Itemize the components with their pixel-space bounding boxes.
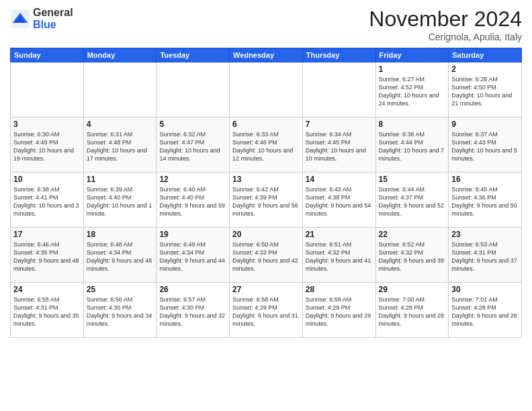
day-info: Sunrise: 7:01 AM Sunset: 4:28 PM Dayligh… bbox=[451, 295, 519, 328]
day-info: Sunrise: 7:00 AM Sunset: 4:28 PM Dayligh… bbox=[379, 295, 446, 328]
calendar-cell: 13Sunrise: 6:42 AM Sunset: 4:39 PM Dayli… bbox=[230, 173, 303, 228]
calendar-cell: 23Sunrise: 6:53 AM Sunset: 4:31 PM Dayli… bbox=[449, 228, 522, 283]
calendar-cell: 18Sunrise: 6:48 AM Sunset: 4:34 PM Dayli… bbox=[83, 228, 157, 283]
day-number: 11 bbox=[87, 175, 154, 184]
calendar-cell: 6Sunrise: 6:33 AM Sunset: 4:46 PM Daylig… bbox=[230, 118, 303, 173]
day-number: 1 bbox=[379, 64, 446, 74]
day-number: 24 bbox=[13, 285, 81, 294]
calendar-cell: 15Sunrise: 6:44 AM Sunset: 4:37 PM Dayli… bbox=[375, 173, 449, 228]
calendar-cell: 8Sunrise: 6:36 AM Sunset: 4:44 PM Daylig… bbox=[375, 118, 449, 173]
day-number: 10 bbox=[13, 175, 81, 184]
day-info: Sunrise: 6:56 AM Sunset: 4:30 PM Dayligh… bbox=[87, 295, 154, 328]
calendar-week-row: 24Sunrise: 6:55 AM Sunset: 4:31 PM Dayli… bbox=[11, 283, 522, 338]
day-number: 25 bbox=[87, 285, 154, 294]
day-info: Sunrise: 6:58 AM Sunset: 4:29 PM Dayligh… bbox=[232, 295, 300, 328]
day-number: 8 bbox=[379, 120, 446, 129]
calendar-week-row: 10Sunrise: 6:38 AM Sunset: 4:41 PM Dayli… bbox=[11, 173, 522, 228]
day-info: Sunrise: 6:49 AM Sunset: 4:34 PM Dayligh… bbox=[159, 240, 226, 273]
day-number: 22 bbox=[379, 230, 446, 239]
day-info: Sunrise: 6:42 AM Sunset: 4:39 PM Dayligh… bbox=[232, 185, 300, 218]
weekday-header: Friday bbox=[375, 48, 449, 62]
day-number: 6 bbox=[232, 120, 300, 129]
day-number: 29 bbox=[379, 285, 446, 294]
day-info: Sunrise: 6:30 AM Sunset: 4:49 PM Dayligh… bbox=[13, 130, 81, 163]
day-number: 30 bbox=[451, 285, 519, 294]
day-info: Sunrise: 6:40 AM Sunset: 4:40 PM Dayligh… bbox=[159, 185, 226, 218]
logo-blue: Blue bbox=[33, 19, 73, 31]
day-info: Sunrise: 6:44 AM Sunset: 4:37 PM Dayligh… bbox=[379, 185, 446, 218]
calendar-cell bbox=[302, 62, 375, 118]
day-number: 9 bbox=[451, 120, 519, 129]
weekday-header: Thursday bbox=[302, 48, 375, 62]
day-info: Sunrise: 6:28 AM Sunset: 4:50 PM Dayligh… bbox=[451, 75, 519, 108]
calendar-cell: 24Sunrise: 6:55 AM Sunset: 4:31 PM Dayli… bbox=[11, 283, 84, 338]
calendar-cell: 30Sunrise: 7:01 AM Sunset: 4:28 PM Dayli… bbox=[449, 283, 522, 338]
day-number: 7 bbox=[306, 120, 373, 129]
weekday-header-row: SundayMondayTuesdayWednesdayThursdayFrid… bbox=[11, 48, 522, 62]
day-info: Sunrise: 6:57 AM Sunset: 4:30 PM Dayligh… bbox=[159, 295, 226, 328]
day-info: Sunrise: 6:53 AM Sunset: 4:31 PM Dayligh… bbox=[451, 240, 519, 273]
calendar-cell: 5Sunrise: 6:32 AM Sunset: 4:47 PM Daylig… bbox=[157, 118, 230, 173]
calendar-cell bbox=[230, 62, 303, 118]
day-number: 23 bbox=[451, 230, 519, 239]
calendar-cell: 29Sunrise: 7:00 AM Sunset: 4:28 PM Dayli… bbox=[375, 283, 449, 338]
day-info: Sunrise: 6:52 AM Sunset: 4:32 PM Dayligh… bbox=[379, 240, 446, 273]
calendar-cell: 3Sunrise: 6:30 AM Sunset: 4:49 PM Daylig… bbox=[11, 118, 84, 173]
calendar-cell: 17Sunrise: 6:46 AM Sunset: 4:35 PM Dayli… bbox=[11, 228, 84, 283]
weekday-header: Sunday bbox=[11, 48, 84, 62]
calendar-cell: 11Sunrise: 6:39 AM Sunset: 4:40 PM Dayli… bbox=[83, 173, 157, 228]
calendar-cell: 14Sunrise: 6:43 AM Sunset: 4:38 PM Dayli… bbox=[302, 173, 375, 228]
page: General Blue November 2024 Cerignola, Ap… bbox=[0, 0, 532, 411]
day-info: Sunrise: 6:46 AM Sunset: 4:35 PM Dayligh… bbox=[13, 240, 81, 273]
logo-text: General Blue bbox=[33, 7, 73, 30]
day-info: Sunrise: 6:59 AM Sunset: 4:29 PM Dayligh… bbox=[306, 295, 373, 328]
day-info: Sunrise: 6:36 AM Sunset: 4:44 PM Dayligh… bbox=[379, 130, 446, 163]
day-number: 20 bbox=[232, 230, 300, 239]
subtitle: Cerignola, Apulia, Italy bbox=[369, 32, 522, 42]
weekday-header: Wednesday bbox=[230, 48, 303, 62]
day-number: 2 bbox=[451, 64, 519, 74]
day-info: Sunrise: 6:38 AM Sunset: 4:41 PM Dayligh… bbox=[13, 185, 81, 218]
day-info: Sunrise: 6:27 AM Sunset: 4:52 PM Dayligh… bbox=[379, 75, 446, 108]
day-info: Sunrise: 6:31 AM Sunset: 4:48 PM Dayligh… bbox=[87, 130, 154, 163]
logo: General Blue bbox=[10, 7, 73, 30]
logo-general: General bbox=[33, 7, 73, 19]
day-info: Sunrise: 6:34 AM Sunset: 4:45 PM Dayligh… bbox=[306, 130, 373, 163]
calendar-cell: 22Sunrise: 6:52 AM Sunset: 4:32 PM Dayli… bbox=[375, 228, 449, 283]
day-number: 13 bbox=[232, 175, 300, 184]
day-number: 18 bbox=[87, 230, 154, 239]
header: General Blue November 2024 Cerignola, Ap… bbox=[10, 7, 522, 42]
weekday-header: Tuesday bbox=[157, 48, 230, 62]
calendar-cell: 10Sunrise: 6:38 AM Sunset: 4:41 PM Dayli… bbox=[11, 173, 84, 228]
day-number: 26 bbox=[159, 285, 226, 294]
day-info: Sunrise: 6:32 AM Sunset: 4:47 PM Dayligh… bbox=[159, 130, 226, 163]
calendar-cell: 16Sunrise: 6:45 AM Sunset: 4:36 PM Dayli… bbox=[449, 173, 522, 228]
day-info: Sunrise: 6:43 AM Sunset: 4:38 PM Dayligh… bbox=[306, 185, 373, 218]
calendar-cell: 21Sunrise: 6:51 AM Sunset: 4:32 PM Dayli… bbox=[302, 228, 375, 283]
calendar-week-row: 1Sunrise: 6:27 AM Sunset: 4:52 PM Daylig… bbox=[11, 62, 522, 118]
calendar-cell bbox=[11, 62, 84, 118]
day-number: 17 bbox=[13, 230, 81, 239]
day-info: Sunrise: 6:33 AM Sunset: 4:46 PM Dayligh… bbox=[232, 130, 300, 163]
calendar-cell: 20Sunrise: 6:50 AM Sunset: 4:33 PM Dayli… bbox=[230, 228, 303, 283]
day-number: 14 bbox=[306, 175, 373, 184]
day-info: Sunrise: 6:50 AM Sunset: 4:33 PM Dayligh… bbox=[232, 240, 300, 273]
day-number: 15 bbox=[379, 175, 446, 184]
calendar-cell bbox=[157, 62, 230, 118]
weekday-header: Saturday bbox=[449, 48, 522, 62]
calendar-cell: 26Sunrise: 6:57 AM Sunset: 4:30 PM Dayli… bbox=[157, 283, 230, 338]
calendar-week-row: 17Sunrise: 6:46 AM Sunset: 4:35 PM Dayli… bbox=[11, 228, 522, 283]
logo-icon bbox=[10, 9, 30, 29]
calendar-cell: 28Sunrise: 6:59 AM Sunset: 4:29 PM Dayli… bbox=[302, 283, 375, 338]
weekday-header: Monday bbox=[83, 48, 157, 62]
calendar-cell: 25Sunrise: 6:56 AM Sunset: 4:30 PM Dayli… bbox=[83, 283, 157, 338]
calendar-cell: 4Sunrise: 6:31 AM Sunset: 4:48 PM Daylig… bbox=[83, 118, 157, 173]
day-number: 19 bbox=[159, 230, 226, 239]
day-number: 21 bbox=[306, 230, 373, 239]
day-info: Sunrise: 6:55 AM Sunset: 4:31 PM Dayligh… bbox=[13, 295, 81, 328]
month-title: November 2024 bbox=[369, 7, 522, 32]
day-number: 5 bbox=[159, 120, 226, 129]
calendar-cell: 7Sunrise: 6:34 AM Sunset: 4:45 PM Daylig… bbox=[302, 118, 375, 173]
day-number: 28 bbox=[306, 285, 373, 294]
day-info: Sunrise: 6:48 AM Sunset: 4:34 PM Dayligh… bbox=[87, 240, 154, 273]
